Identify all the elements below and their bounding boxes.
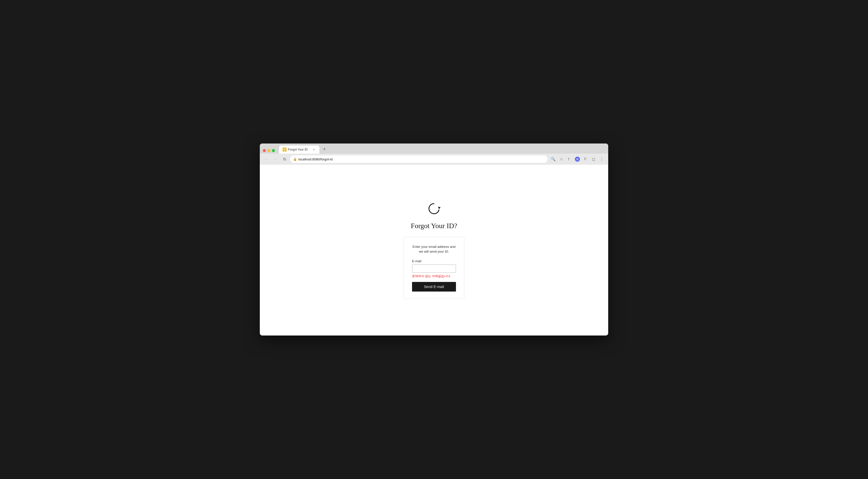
translate-icon[interactable]: T xyxy=(566,156,573,163)
form-card: Enter your email address and we will sen… xyxy=(404,237,464,299)
refresh-icon xyxy=(427,202,441,218)
form-description: Enter your email address and we will sen… xyxy=(412,244,456,254)
tab-close-button[interactable]: × xyxy=(312,148,316,152)
svg-marker-1 xyxy=(438,207,440,209)
menu-icon[interactable]: ⋮ xyxy=(598,156,605,163)
media-icon[interactable]: ◻ xyxy=(590,156,597,163)
address-bar[interactable]: 🔒 localhost:8080/forgot-id xyxy=(290,155,548,163)
lock-icon: 🔒 xyxy=(293,157,297,161)
maximize-window-button[interactable] xyxy=(272,149,275,152)
tab-favicon-icon: F xyxy=(282,148,286,152)
traffic-lights xyxy=(263,149,275,152)
email-input[interactable] xyxy=(412,265,456,273)
reload-button[interactable]: ↻ xyxy=(281,156,288,163)
close-window-button[interactable] xyxy=(263,149,266,152)
toolbar-icons: 🔍 ☆ T G ◻ ⋮ xyxy=(550,156,605,163)
title-bar: F Forgot Your ID × + ← → ↻ 🔒 localhost:8… xyxy=(260,144,608,165)
page-heading: Forgot Your ID? xyxy=(411,222,457,230)
address-bar-row: ← → ↻ 🔒 localhost:8080/forgot-id 🔍 ☆ T G xyxy=(260,154,608,165)
back-button[interactable]: ← xyxy=(263,156,270,163)
tab-title: Forgot Your ID xyxy=(288,148,310,151)
extensions-icon[interactable] xyxy=(582,156,589,163)
email-label: E-mail xyxy=(412,259,456,263)
profile-icon[interactable]: G xyxy=(574,156,581,163)
browser-window: F Forgot Your ID × + ← → ↻ 🔒 localhost:8… xyxy=(260,144,608,335)
new-tab-button[interactable]: + xyxy=(321,146,328,153)
svg-text:T: T xyxy=(568,158,570,161)
tab-row: F Forgot Your ID × + xyxy=(260,144,608,154)
forward-button[interactable]: → xyxy=(272,156,279,163)
search-icon[interactable]: 🔍 xyxy=(550,156,557,163)
browser-tab-active[interactable]: F Forgot Your ID × xyxy=(279,146,319,154)
url-text: localhost:8080/forgot-id xyxy=(299,157,545,161)
minimize-window-button[interactable] xyxy=(267,149,270,152)
send-email-button[interactable]: Send E-mail xyxy=(412,282,456,292)
bookmark-icon[interactable]: ☆ xyxy=(558,156,565,163)
page-content: Forgot Your ID? Enter your email address… xyxy=(260,165,608,335)
error-message: 존재하지 않는 이메일입니다. xyxy=(412,274,456,278)
